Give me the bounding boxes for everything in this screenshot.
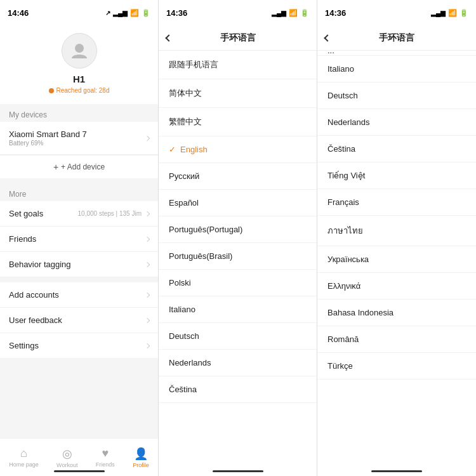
lang-item[interactable]: Polski [159, 270, 317, 296]
lang-item[interactable]: Čeština [317, 136, 476, 162]
lang-item[interactable]: Italiano [159, 296, 317, 323]
check-mark-icon: ✓ [169, 145, 176, 154]
lang-item[interactable]: 跟随手机语言 [159, 51, 317, 79]
nav-home[interactable]: ⌂ Home page [9, 447, 39, 468]
lang-item-label: Italiano [169, 305, 195, 314]
lang-item[interactable]: 繁體中文 [159, 108, 317, 136]
lang-item[interactable]: ภาษาไทย [317, 216, 476, 246]
language-panel-1: 14:36 ▂▄▆ 📶 🔋 手环语言 跟随手机语言简体中文繁體中文✓Englis… [159, 0, 317, 476]
profile-panel: 14:46 ↗ ▂▄▆ 📶 🔋 H1 Reached goal: 28d My … [0, 0, 159, 476]
signal-icon: ▂▄▆ [113, 10, 128, 17]
wifi-icon: 📶 [130, 9, 139, 17]
lang-item-label: Bahasa Indonesia [327, 308, 393, 317]
avatar [62, 33, 97, 69]
nav-home-label: Home page [9, 461, 39, 468]
goal-dot-icon [49, 88, 54, 93]
lang-item-label: ภาษาไทย [327, 224, 363, 237]
add-accounts-right [145, 293, 149, 297]
settings-right [145, 344, 149, 348]
add-accounts-item[interactable]: Add accounts [0, 282, 158, 308]
home-indicator [54, 470, 105, 472]
lang-item[interactable]: Tiếng Việt [317, 162, 476, 189]
lang-item[interactable]: Deutsch [317, 83, 476, 109]
signal-icon: ▂▄▆ [431, 10, 446, 17]
lang-item[interactable]: ... [317, 51, 476, 56]
language-panel-2: 14:36 ▂▄▆ 📶 🔋 手环语言 ...ItalianoDeutschNed… [317, 0, 476, 476]
lang-item[interactable]: Türkçe [317, 353, 476, 380]
status-bar-lang1: 14:36 ▂▄▆ 📶 🔋 [159, 0, 317, 25]
lang-item-label: 跟随手机语言 [169, 59, 218, 70]
svg-point-0 [75, 44, 84, 53]
status-bar-profile: 14:46 ↗ ▂▄▆ 📶 🔋 [0, 0, 158, 25]
lang-item-label: 简体中文 [169, 88, 202, 99]
lang-item-label: Română [327, 334, 359, 344]
back-button-2[interactable] [324, 34, 331, 41]
time-display: 14:46 [8, 8, 29, 18]
lang-item-label: Polski [169, 278, 191, 288]
lang-item[interactable]: Ελληνικά [317, 273, 476, 300]
device-name: Xiaomi Smart Band 7 [9, 129, 87, 139]
back-button-1[interactable] [165, 34, 172, 41]
settings-label: Settings [9, 341, 39, 350]
lang-list-2: ...ItalianoDeutschNederlandsČeštinaTiếng… [317, 51, 476, 476]
status-icons-lang2: ▂▄▆ 📶 🔋 [431, 9, 468, 17]
profile-name: H1 [73, 74, 85, 84]
add-device-button[interactable]: + + Add device [0, 155, 158, 178]
lang-item[interactable]: Čeština [159, 376, 317, 403]
lang-item[interactable]: Українська [317, 246, 476, 273]
behavior-tagging-item[interactable]: Behavior tagging [0, 252, 158, 277]
lang-item[interactable]: Português(Portugal) [159, 216, 317, 243]
lang-item[interactable]: Bahasa Indonesia [317, 300, 476, 326]
lang-item[interactable]: Português(Brasil) [159, 243, 317, 270]
lang-item[interactable]: Français [317, 189, 476, 216]
battery-icon: 🔋 [142, 9, 150, 17]
lang-item-label: Nederlands [327, 117, 370, 127]
lang-item[interactable]: ✓English [159, 136, 317, 163]
set-goals-item[interactable]: Set goals 10,000 steps | 135 Jim [0, 201, 158, 227]
home-indicator-lang2 [371, 470, 422, 472]
user-feedback-item[interactable]: User feedback [0, 308, 158, 333]
lang-item[interactable]: 简体中文 [159, 79, 317, 108]
settings-item[interactable]: Settings [0, 333, 158, 358]
more-section-header: More [0, 183, 158, 201]
lang-item-label: ... [327, 51, 334, 55]
nav-workout[interactable]: ◎ Workout [56, 447, 77, 468]
lang-list-1: 跟随手机语言简体中文繁體中文✓EnglishРусскийEspañolPort… [159, 51, 317, 476]
device-item[interactable]: Xiaomi Smart Band 7 Battery 69% [0, 122, 158, 155]
lang-item-label: Italiano [327, 64, 354, 74]
lang-item-label: English [180, 145, 208, 154]
friends-icon: ♥ [102, 447, 109, 460]
friends-item[interactable]: Friends [0, 227, 158, 252]
status-icons-lang1: ▂▄▆ 📶 🔋 [272, 9, 309, 17]
lang-item-label: Tiếng Việt [327, 171, 365, 180]
user-feedback-right [145, 319, 149, 322]
divider-2 [0, 277, 158, 282]
lang-item[interactable]: Nederlands [317, 109, 476, 136]
home-icon: ⌂ [20, 447, 27, 460]
device-info: Xiaomi Smart Band 7 Battery 69% [9, 129, 87, 147]
chevron-right-icon [145, 317, 150, 322]
time-display-lang1: 14:36 [166, 8, 187, 18]
lang-item[interactable]: Deutsch [159, 323, 317, 350]
nav-friends-label: Friends [96, 461, 115, 468]
lang-item-label: Français [327, 197, 359, 207]
plus-icon: + [53, 162, 58, 172]
lang-item-label: Türkçe [327, 361, 353, 371]
friends-label: Friends [9, 234, 36, 244]
nav-friends[interactable]: ♥ Friends [96, 447, 115, 468]
lang-item-label: Русский [169, 171, 199, 181]
lang-item-label: Português(Portugal) [169, 225, 242, 234]
time-display-lang2: 14:36 [325, 8, 346, 18]
user-feedback-label: User feedback [9, 315, 62, 325]
set-goals-label: Set goals [9, 209, 43, 218]
lang-item[interactable]: Русский [159, 163, 317, 190]
lang-item[interactable]: Română [317, 326, 476, 353]
profile-goal: Reached goal: 28d [49, 87, 110, 94]
friends-right [145, 237, 149, 241]
lang-item[interactable]: Italiano [317, 56, 476, 83]
lang-item[interactable]: Español [159, 190, 317, 216]
devices-section-header: My devices [0, 104, 158, 122]
lang-item[interactable]: Nederlands [159, 350, 317, 376]
lang-header-1: 手环语言 [159, 25, 317, 51]
nav-profile[interactable]: 👤 Profile [133, 447, 149, 468]
